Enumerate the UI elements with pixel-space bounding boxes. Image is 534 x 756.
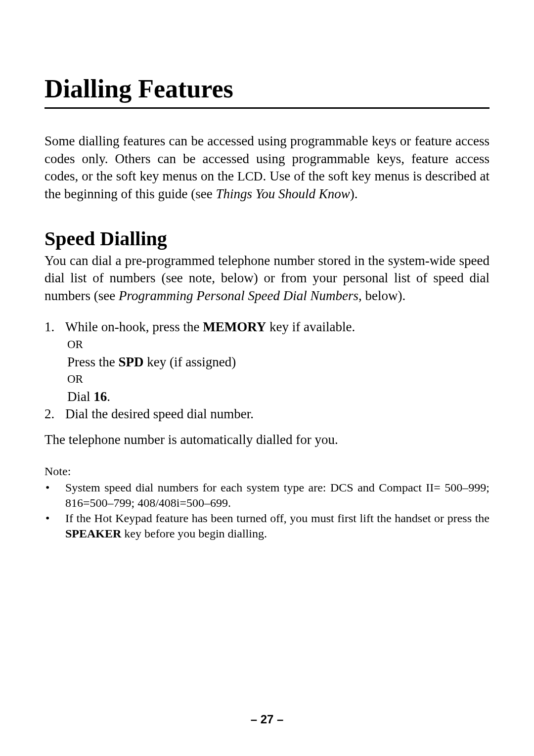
page-number: – 27 – <box>0 712 534 726</box>
note2-a: If the Hot Keypad feature has been turne… <box>65 512 490 525</box>
note-label: Note: <box>44 465 490 478</box>
result-paragraph: The telephone number is automatically di… <box>44 431 490 449</box>
step1-a: While on-hook, press the <box>65 319 203 334</box>
note-text: System speed dial numbers for each syste… <box>65 480 490 511</box>
step1-l3-b: . <box>107 389 110 404</box>
intro-text-c: ). <box>350 186 358 201</box>
step-1: 1. While on-hook, press the MEMORY key i… <box>44 318 490 336</box>
section-ref: Programming Personal Speed Dial Numbers <box>119 288 358 303</box>
intro-paragraph: Some dialling features can be accessed u… <box>44 133 490 203</box>
step-number: 1. <box>44 318 65 336</box>
step-number: 2. <box>44 405 65 423</box>
section-paragraph: You can dial a pre-programmed telephone … <box>44 252 490 305</box>
steps-list: 1. While on-hook, press the MEMORY key i… <box>44 318 490 423</box>
step-2: 2. Dial the desired speed dial number. <box>44 405 490 423</box>
note-text: If the Hot Keypad feature has been turne… <box>65 511 490 541</box>
dial-number: 16 <box>93 389 107 404</box>
title-rule <box>44 107 490 109</box>
note2-b: key before you begin dialling. <box>121 527 267 540</box>
step1-l3-a: Dial <box>67 389 93 404</box>
speaker-key: SPEAKER <box>65 527 121 540</box>
note-item: • If the Hot Keypad feature has been tur… <box>44 511 490 541</box>
memory-key: MEMORY <box>203 319 266 334</box>
note-list: • System speed dial numbers for each sys… <box>44 480 490 542</box>
step1-l2-a: Press the <box>67 355 119 369</box>
step1-b: key if available. <box>266 319 355 334</box>
or-label: OR <box>67 336 490 354</box>
step-text: While on-hook, press the MEMORY key if a… <box>65 318 490 336</box>
section-text-b: , below). <box>358 288 405 303</box>
intro-ref: Things You Should Know <box>216 186 350 201</box>
chapter-title: Dialling Features <box>44 74 490 103</box>
note-item: • System speed dial numbers for each sys… <box>44 480 490 511</box>
spd-key: SPD <box>119 355 144 369</box>
step1-l2-b: key (if assigned) <box>144 355 236 369</box>
step1-line3: Dial 16. <box>67 388 490 406</box>
step1-line2: Press the SPD key (if assigned) <box>67 354 490 371</box>
or-label: OR <box>67 371 490 388</box>
section-title: Speed Dialling <box>44 227 490 250</box>
step-text: Dial the desired speed dial number. <box>65 405 490 423</box>
bullet-icon: • <box>44 511 65 541</box>
bullet-icon: • <box>44 480 65 511</box>
lcd-text: LCD <box>237 169 263 183</box>
